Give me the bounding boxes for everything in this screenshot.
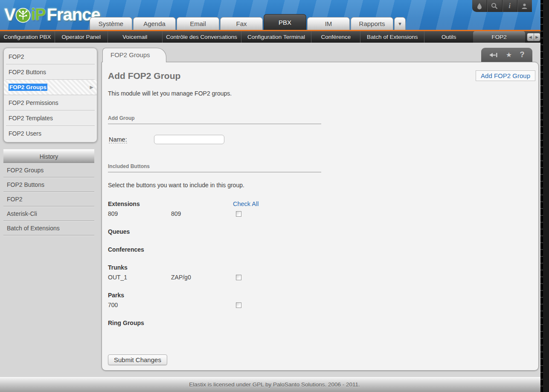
- sidebar-item-fop2-permissions[interactable]: FOP2 Permissions: [6, 95, 95, 110]
- category-trunks: Trunks OUT_1 ZAP/g0: [108, 264, 532, 281]
- user-icon[interactable]: [517, 0, 532, 12]
- include-checkbox[interactable]: [236, 211, 241, 217]
- license-footer: Elastix is licensed under GPL by PaloSan…: [0, 377, 549, 392]
- category-title: Queues: [108, 228, 233, 235]
- category-title: Ring Groups: [108, 319, 233, 326]
- button-label: 700: [108, 302, 171, 308]
- content-area: Add FOP2 Group Add FOP2 Group This modul…: [102, 62, 538, 370]
- prev-arrow-icon[interactable]: ◀: [527, 33, 533, 41]
- module-description: This module will let you manage FOP2 gro…: [108, 90, 532, 97]
- button-label: OUT_1: [108, 274, 171, 281]
- next-arrow-icon[interactable]: ▶: [534, 33, 540, 41]
- subnav-configuration-terminal[interactable]: Configuration Terminal: [241, 31, 311, 43]
- button-value: ZAP/g0: [171, 274, 236, 281]
- table-row: 809 809: [108, 210, 532, 217]
- category-ring-groups: Ring Groups: [108, 319, 532, 326]
- tab-systeme[interactable]: Système: [90, 17, 132, 30]
- page-title: Add FOP2 Group: [108, 71, 532, 81]
- sidebar-item-fop2-buttons[interactable]: FOP2 Buttons: [6, 64, 95, 80]
- decorative-edge-strip: [540, 0, 549, 392]
- category-extensions: Extensions Check All 809 809: [108, 200, 532, 217]
- sidebar-item-fop2-groups[interactable]: FOP2 Groups ▶: [4, 80, 97, 95]
- pbx-subnav: Configuration PBX Operator Panel Voicema…: [0, 31, 540, 43]
- history-item-fop2-buttons[interactable]: FOP2 Buttons: [3, 177, 94, 192]
- submit-changes-button[interactable]: Submit Changes: [108, 354, 167, 365]
- history-item-fop2[interactable]: FOP2: [3, 192, 94, 206]
- more-tabs-button[interactable]: ▾: [394, 17, 406, 30]
- history-title: History: [3, 149, 94, 163]
- subnav-configuration-pbx[interactable]: Configuration PBX: [0, 31, 55, 43]
- history-panel: History FOP2 Groups FOP2 Buttons FOP2 As…: [3, 149, 94, 235]
- tab-pbx[interactable]: PBX: [264, 14, 306, 30]
- help-icon[interactable]: ?: [520, 50, 525, 59]
- button-value: 809: [171, 210, 236, 217]
- subnav-voicemail[interactable]: Voicemail: [107, 31, 162, 43]
- network-tree-icon: [15, 8, 31, 23]
- category-queues: Queues: [108, 228, 532, 235]
- logo-text-ip: iP: [31, 6, 46, 24]
- app-logo: V iP France: [4, 5, 100, 24]
- category-title: Extensions: [108, 200, 233, 207]
- collapse-left-icon[interactable]: [489, 52, 498, 58]
- category-parks: Parks 700: [108, 292, 532, 308]
- subnav-batch-of-extensions[interactable]: Batch of Extensions: [360, 31, 424, 43]
- chevron-down-icon: ▾: [398, 20, 401, 27]
- content-tab-fop2-groups[interactable]: FOP2 Groups: [102, 48, 166, 62]
- module-sidebar: FOP2 FOP2 Buttons FOP2 Groups ▶ FOP2 Per…: [3, 48, 97, 142]
- table-row: 700: [108, 302, 532, 308]
- sidebar-item-fop2-templates[interactable]: FOP2 Templates: [6, 110, 95, 126]
- tab-fax[interactable]: Fax: [220, 17, 263, 30]
- tab-email[interactable]: Email: [177, 17, 219, 30]
- tab-rapports[interactable]: Rapports: [351, 17, 393, 30]
- star-icon[interactable]: ★: [506, 51, 512, 59]
- subnav-outils[interactable]: Outils: [424, 31, 473, 43]
- submenu-arrow-icon: ▶: [90, 84, 93, 90]
- history-item-fop2-groups[interactable]: FOP2 Groups: [3, 163, 94, 177]
- history-item-batch-of-extensions[interactable]: Batch of Extensions: [3, 221, 94, 235]
- include-checkbox[interactable]: [236, 302, 241, 308]
- header-utility-icons: i: [472, 0, 532, 12]
- sidebar-item-fop2-users[interactable]: FOP2 Users: [6, 126, 95, 141]
- subnav-scroll-arrows: ◀ ▶: [527, 33, 540, 41]
- include-instruction: Select the buttons you want to include i…: [108, 182, 532, 189]
- subnav-fop2[interactable]: FOP2: [473, 31, 525, 43]
- section-title-add-group: Add Group: [108, 115, 321, 124]
- main-tabs: Système Agenda Email Fax PBX IM Rapports…: [90, 14, 406, 30]
- search-icon[interactable]: [487, 0, 502, 12]
- tab-agenda[interactable]: Agenda: [133, 17, 176, 30]
- category-title: Conferences: [108, 246, 233, 253]
- add-fop2-group-button[interactable]: Add FOP2 Group: [476, 70, 535, 81]
- content-panel: Add FOP2 Group Add FOP2 Group This modul…: [102, 62, 539, 371]
- category-title: Parks: [108, 292, 233, 299]
- info-icon[interactable]: i: [502, 0, 517, 12]
- button-categories: Extensions Check All 809 809 Queues Conf…: [108, 200, 532, 326]
- selected-item-label: FOP2 Groups: [9, 84, 47, 91]
- category-conferences: Conferences: [108, 246, 532, 253]
- section-title-included-buttons: Included Buttons: [108, 163, 321, 172]
- panel-toolbar: ★ ?: [481, 48, 532, 62]
- name-label: Name:: [109, 136, 127, 143]
- name-field-row: Name:: [108, 135, 532, 145]
- category-title: Trunks: [108, 264, 233, 271]
- app-header: V iP France Système Agenda Email F: [0, 0, 540, 30]
- table-row: OUT_1 ZAP/g0: [108, 274, 532, 281]
- logo-text-v: V: [4, 5, 15, 24]
- group-name-input[interactable]: [154, 135, 224, 144]
- subnav-operator-panel[interactable]: Operator Panel: [55, 31, 107, 43]
- check-all-link[interactable]: Check All: [233, 200, 259, 207]
- subnav-controle-des-conversations[interactable]: Contrôle des Conversations: [162, 31, 241, 43]
- history-item-asterisk-cli[interactable]: Asterisk-Cli: [3, 206, 94, 221]
- button-label: 809: [108, 210, 171, 217]
- droplet-icon[interactable]: [472, 0, 487, 12]
- subnav-conference[interactable]: Conférence: [311, 31, 360, 43]
- sidebar-item-fop2[interactable]: FOP2: [6, 49, 95, 64]
- include-checkbox[interactable]: [236, 275, 241, 280]
- tab-im[interactable]: IM: [307, 17, 350, 30]
